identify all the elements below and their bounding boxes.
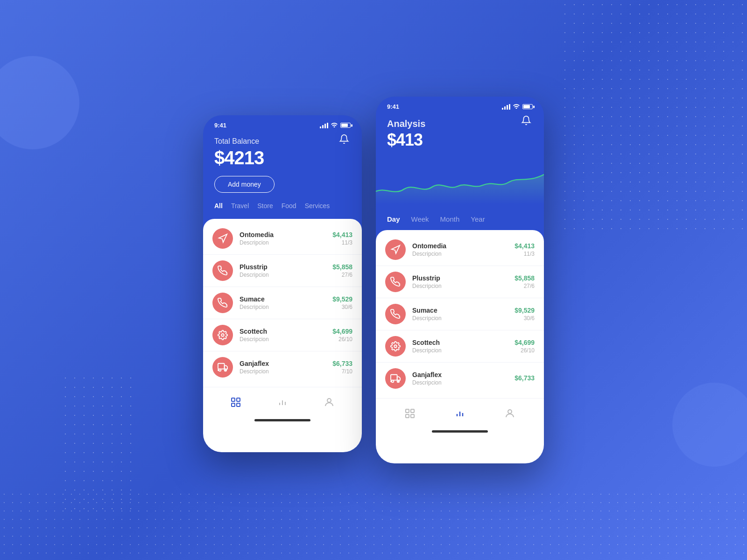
- cat-tab-travel[interactable]: Travel: [231, 202, 249, 211]
- table-row[interactable]: Scottech Descripcion $4,699 26/10: [376, 330, 544, 363]
- tx-desc: Descripcion: [412, 251, 514, 257]
- table-row[interactable]: Sumace Descripcion $9,529 30/6: [203, 287, 362, 319]
- cat-tab-store[interactable]: Store: [257, 202, 273, 211]
- bottom-nav-1: [203, 387, 362, 415]
- tx-amount: $9,529: [332, 295, 352, 303]
- svg-rect-6: [232, 403, 235, 406]
- nav-user-1[interactable]: [317, 394, 341, 411]
- tx-info-scottech: Scottech Descripcion: [240, 328, 332, 343]
- tx-icon-travel: [212, 260, 233, 281]
- tx-icon-sumace-2: [385, 304, 406, 324]
- phone-header-1: Total Balance $4213 Add money: [203, 133, 362, 202]
- table-row[interactable]: Plusstrip Descripcion $5,858 27/6: [376, 266, 544, 298]
- cat-tab-services[interactable]: Services: [305, 202, 330, 211]
- tx-name: Plusstrip: [240, 263, 332, 271]
- tx-icon-food-2: [385, 239, 406, 260]
- cat-tab-all[interactable]: All: [214, 202, 223, 211]
- tx-name: Scottech: [240, 328, 332, 335]
- tx-amount: $6,733: [514, 374, 535, 382]
- oval-decoration-1: [0, 56, 79, 149]
- svg-rect-16: [406, 409, 409, 413]
- period-tab-year[interactable]: Year: [471, 215, 485, 224]
- tx-amount: $4,413: [332, 231, 352, 238]
- tx-date: 26/10: [332, 336, 352, 343]
- category-tabs: All Travel Store Food Services: [203, 202, 362, 219]
- svg-point-23: [508, 410, 512, 413]
- nav-chart-2[interactable]: [448, 405, 472, 422]
- tx-date: 27/6: [332, 272, 352, 278]
- tx-right-ganjaflex: $6,733 7/10: [332, 360, 352, 375]
- table-row[interactable]: Ganjaflex Descripcion $6,733 7/10: [203, 351, 362, 383]
- tx-right-scottech: $4,699 26/10: [332, 328, 352, 343]
- tx-amount: $4,413: [514, 242, 535, 250]
- status-icons-1: [320, 122, 351, 129]
- svg-rect-13: [391, 375, 397, 380]
- wifi-icon-1: [331, 122, 338, 129]
- table-row[interactable]: Scottech Descripcion $4,699 26/10: [203, 319, 362, 351]
- home-bar-1: [254, 419, 310, 421]
- battery-icon-2: [522, 104, 533, 109]
- svg-rect-19: [411, 414, 414, 418]
- nav-home-1[interactable]: [224, 394, 248, 411]
- tx-date: 11/3: [514, 251, 535, 257]
- home-bar-2: [432, 430, 488, 433]
- oval-decoration-2: [672, 383, 747, 467]
- table-row[interactable]: Ganjaflex Descripcion $6,733: [376, 363, 544, 394]
- nav-chart-1[interactable]: [270, 394, 295, 411]
- tx-desc: Descripcion: [240, 239, 332, 246]
- tx-info-ganjaflex: Ganjaflex Descripcion: [240, 360, 332, 375]
- cat-tab-food[interactable]: Food: [282, 202, 296, 211]
- period-tab-month[interactable]: Month: [440, 215, 460, 224]
- tx-amount: $6,733: [332, 360, 352, 367]
- tx-name: Ganjaflex: [412, 371, 514, 378]
- tx-name: Ontomedia: [412, 242, 514, 250]
- transaction-list-2: Ontomedia Descripcion $4,413 11/3 Plusst…: [376, 230, 544, 398]
- tx-desc: Descripcion: [240, 336, 332, 343]
- tx-amount: $4,699: [514, 339, 535, 346]
- phone-body-2: Ontomedia Descripcion $4,413 11/3 Plusst…: [376, 230, 544, 463]
- tx-desc: Descripcion: [412, 283, 514, 289]
- phones-container: 9:41 Total Balance: [203, 97, 544, 463]
- home-indicator-2: [376, 427, 544, 438]
- table-row[interactable]: Sumace Descripcion $9,529 30/6: [376, 298, 544, 330]
- svg-rect-4: [232, 398, 235, 401]
- tx-name: Ontomedia: [240, 231, 332, 238]
- status-time-2: 9:41: [387, 103, 399, 110]
- tx-icon-travel-2: [385, 272, 406, 292]
- tx-icon-ganjaflex: [212, 357, 233, 378]
- tx-right-sumace: $9,529 30/6: [332, 295, 352, 310]
- tx-info-scottech-2: Scottech Descripcion: [412, 339, 514, 354]
- table-row[interactable]: Ontomedia Descripcion $4,413 11/3: [376, 234, 544, 266]
- dot-pattern-top-right: [560, 0, 747, 233]
- tx-right-plusstrip: $5,858 27/6: [332, 263, 352, 278]
- table-row[interactable]: Plusstrip Descripcion $5,858 27/6: [203, 255, 362, 287]
- svg-point-11: [327, 399, 331, 402]
- table-row[interactable]: Ontomedia Descripcion $4,413 11/3: [203, 223, 362, 255]
- tx-amount: $4,699: [332, 328, 352, 335]
- add-money-button[interactable]: Add money: [214, 176, 275, 193]
- tx-right-scottech-2: $4,699 26/10: [514, 339, 535, 354]
- tx-right-ganjaflex-2: $6,733: [514, 374, 535, 383]
- tx-icon-food: [212, 228, 233, 249]
- svg-rect-7: [237, 403, 240, 406]
- svg-point-2: [219, 369, 221, 371]
- tx-name: Sumace: [240, 295, 332, 303]
- tx-desc: Descripcion: [412, 347, 514, 354]
- phone-body-1: Ontomedia Descripcion $4,413 11/3 Plusst…: [203, 219, 362, 452]
- svg-rect-1: [218, 364, 225, 369]
- battery-icon-1: [340, 123, 351, 128]
- period-tab-day[interactable]: Day: [387, 215, 400, 224]
- tx-right-ontomedia-2: $4,413 11/3: [514, 242, 535, 257]
- analysis-amount: $413: [387, 130, 533, 150]
- period-tab-week[interactable]: Week: [411, 215, 429, 224]
- tx-desc: Descripcion: [240, 368, 332, 375]
- svg-point-0: [221, 334, 224, 336]
- tx-desc: Descripcion: [240, 272, 332, 278]
- nav-user-2[interactable]: [498, 405, 522, 422]
- balance-label: Total Balance: [214, 137, 351, 146]
- tx-info-ganjaflex-2: Ganjaflex Descripcion: [412, 371, 514, 386]
- nav-home-2[interactable]: [398, 405, 422, 422]
- tx-desc: Descripcion: [412, 379, 514, 386]
- svg-point-12: [394, 345, 397, 348]
- tx-date: 30/6: [332, 304, 352, 310]
